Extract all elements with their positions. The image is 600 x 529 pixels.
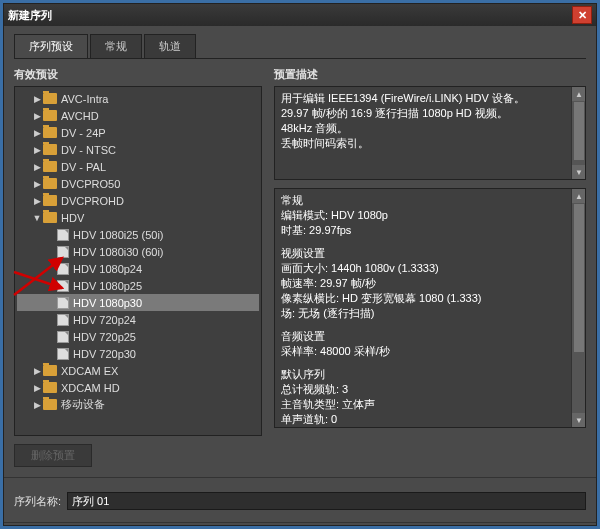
folder-icon <box>43 127 57 138</box>
desc-line: 采样率: 48000 采样/秒 <box>281 344 579 359</box>
expand-icon: ▶ <box>31 383 43 393</box>
item-label: AVCHD <box>61 110 99 122</box>
item-label: HDV 1080p25 <box>73 280 142 292</box>
item-label: HDV 1080i25 (50i) <box>73 229 164 241</box>
item-label: HDV 1080i30 (60i) <box>73 246 164 258</box>
folder-icon <box>43 399 57 410</box>
scrollbar[interactable]: ▲ ▼ <box>571 189 585 427</box>
folder-icon <box>43 144 57 155</box>
item-label: HDV 1080p30 <box>73 297 142 309</box>
folder-icon <box>43 93 57 104</box>
item-label: DVCPRO50 <box>61 178 120 190</box>
expand-icon: ▶ <box>31 111 43 121</box>
desc-line: 默认序列 <box>281 367 579 382</box>
preset-item[interactable]: HDV 1080p30 <box>17 294 259 311</box>
scrollbar[interactable]: ▲ ▼ <box>571 87 585 179</box>
preset-item[interactable]: HDV 720p30 <box>17 345 259 362</box>
preset-item[interactable]: HDV 1080i30 (60i) <box>17 243 259 260</box>
folder-icon <box>43 195 57 206</box>
tab-1[interactable]: 常规 <box>90 34 142 58</box>
item-label: DVCPROHD <box>61 195 124 207</box>
presets-label: 有效预设 <box>14 67 262 82</box>
preset-item[interactable]: HDV 1080p25 <box>17 277 259 294</box>
expand-icon: ▶ <box>31 196 43 206</box>
item-label: XDCAM EX <box>61 365 118 377</box>
description-bottom: 常规编辑模式: HDV 1080p时基: 29.97fps视频设置画面大小: 1… <box>274 188 586 428</box>
tab-2[interactable]: 轨道 <box>144 34 196 58</box>
item-label: DV - NTSC <box>61 144 116 156</box>
desc-line <box>281 359 579 367</box>
preset-icon <box>57 263 69 275</box>
sequence-name-input[interactable] <box>67 492 586 510</box>
desc-line: 编辑模式: HDV 1080p <box>281 208 579 223</box>
item-label: HDV <box>61 212 84 224</box>
preset-item[interactable]: HDV 1080p24 <box>17 260 259 277</box>
scroll-up-icon[interactable]: ▲ <box>572 189 586 203</box>
desc-line: 丢帧时间码索引。 <box>281 136 579 151</box>
expand-icon: ▶ <box>31 366 43 376</box>
close-button[interactable]: ✕ <box>572 6 592 24</box>
preset-icon <box>57 314 69 326</box>
folder-item[interactable]: ▶移动设备 <box>17 396 259 413</box>
item-label: HDV 1080p24 <box>73 263 142 275</box>
desc-line: 主音轨类型: 立体声 <box>281 397 579 412</box>
preset-tree[interactable]: ▶AVC-Intra▶AVCHD▶DV - 24P▶DV - NTSC▶DV -… <box>14 86 262 436</box>
folder-icon <box>43 178 57 189</box>
folder-item[interactable]: ▶DVCPROHD <box>17 192 259 209</box>
close-icon: ✕ <box>578 9 587 22</box>
preset-icon <box>57 331 69 343</box>
folder-item[interactable]: ▶AVC-Intra <box>17 90 259 107</box>
folder-item[interactable]: ▶DV - PAL <box>17 158 259 175</box>
tab-bar: 序列预设常规轨道 <box>14 34 586 59</box>
folder-item[interactable]: ▶AVCHD <box>17 107 259 124</box>
expand-icon: ▶ <box>31 400 43 410</box>
item-label: HDV 720p30 <box>73 348 136 360</box>
folder-icon <box>43 212 57 223</box>
folder-item[interactable]: ▼HDV <box>17 209 259 226</box>
desc-line: 29.97 帧/秒的 16:9 逐行扫描 1080p HD 视频。 <box>281 106 579 121</box>
tab-0[interactable]: 序列预设 <box>14 34 88 58</box>
item-label: DV - PAL <box>61 161 106 173</box>
desc-line: 场: 无场 (逐行扫描) <box>281 306 579 321</box>
desc-line: 总计视频轨: 3 <box>281 382 579 397</box>
folder-item[interactable]: ▶XDCAM HD <box>17 379 259 396</box>
description-label: 预置描述 <box>274 67 586 82</box>
expand-icon: ▶ <box>31 145 43 155</box>
desc-line: 音频设置 <box>281 329 579 344</box>
preset-item[interactable]: HDV 720p24 <box>17 311 259 328</box>
expand-icon: ▶ <box>31 162 43 172</box>
desc-line: 像素纵横比: HD 变形宽银幕 1080 (1.333) <box>281 291 579 306</box>
preset-icon <box>57 280 69 292</box>
delete-preset-button: 删除预置 <box>14 444 92 467</box>
item-label: HDV 720p24 <box>73 314 136 326</box>
expand-icon: ▶ <box>31 94 43 104</box>
scroll-down-icon[interactable]: ▼ <box>572 413 586 427</box>
preset-item[interactable]: HDV 720p25 <box>17 328 259 345</box>
desc-line: 画面大小: 1440h 1080v (1.3333) <box>281 261 579 276</box>
folder-icon <box>43 382 57 393</box>
item-label: DV - 24P <box>61 127 106 139</box>
desc-line: 常规 <box>281 193 579 208</box>
folder-item[interactable]: ▶DV - 24P <box>17 124 259 141</box>
scroll-up-icon[interactable]: ▲ <box>572 87 586 101</box>
scroll-thumb[interactable] <box>573 101 585 161</box>
folder-icon <box>43 161 57 172</box>
expand-icon: ▶ <box>31 179 43 189</box>
scroll-thumb[interactable] <box>573 203 585 353</box>
preset-icon <box>57 246 69 258</box>
folder-item[interactable]: ▶DVCPRO50 <box>17 175 259 192</box>
desc-line: 视频设置 <box>281 246 579 261</box>
desc-line: 单声道轨: 0 <box>281 412 579 427</box>
scroll-down-icon[interactable]: ▼ <box>572 165 586 179</box>
preset-item[interactable]: HDV 1080i25 (50i) <box>17 226 259 243</box>
desc-line: 时基: 29.97fps <box>281 223 579 238</box>
desc-line <box>281 321 579 329</box>
expand-icon: ▶ <box>31 128 43 138</box>
sequence-name-label: 序列名称: <box>14 494 61 509</box>
item-label: XDCAM HD <box>61 382 120 394</box>
desc-line: 用于编辑 IEEE1394 (FireWire/i.LINK) HDV 设备。 <box>281 91 579 106</box>
folder-item[interactable]: ▶DV - NTSC <box>17 141 259 158</box>
item-label: AVC-Intra <box>61 93 108 105</box>
folder-item[interactable]: ▶XDCAM EX <box>17 362 259 379</box>
preset-icon <box>57 229 69 241</box>
